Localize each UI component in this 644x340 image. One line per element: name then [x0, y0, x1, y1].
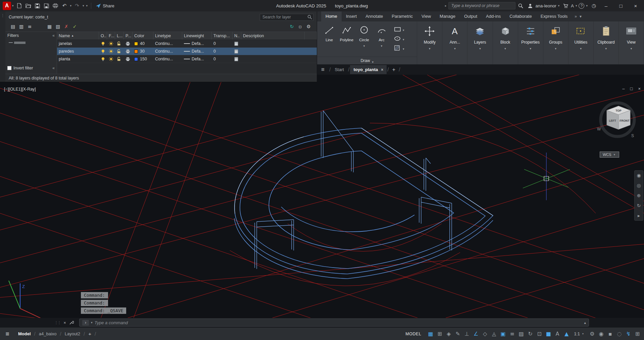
viewport-minimize-icon[interactable]: –	[622, 86, 625, 91]
layer-lock-icon[interactable]	[115, 48, 124, 55]
circle-flyout-caret[interactable]: ▾	[363, 44, 365, 48]
column-header-plot[interactable]: P...	[124, 32, 133, 40]
arc-tool-button[interactable]: Arc ▾	[373, 23, 390, 52]
layer-search-input[interactable]	[260, 14, 313, 21]
palette-grip[interactable]: ⋮	[0, 11, 5, 82]
layer-description[interactable]	[241, 48, 305, 55]
column-header-color[interactable]: Color	[133, 32, 153, 40]
search-collapse-chevron[interactable]: ▸	[445, 4, 447, 7]
layer-color-cell[interactable]: 40	[133, 40, 153, 47]
share-icon[interactable]	[94, 1, 103, 10]
layer-color-swatch[interactable]	[134, 50, 138, 53]
graphics-performance[interactable]: ↯	[624, 329, 633, 339]
layout-tab[interactable]: a4_baixo /	[36, 329, 61, 339]
polar-tracking[interactable]: ∠	[472, 329, 481, 339]
layer-row[interactable]: janelas	[57, 40, 317, 48]
layers-panel-button[interactable]: Layers ▾	[467, 21, 493, 64]
undo-history-caret[interactable]: ▾	[70, 4, 72, 7]
layer-row[interactable]: planta	[57, 55, 317, 63]
column-header-freeze[interactable]: F...	[107, 32, 115, 40]
column-header-transparency[interactable]: Transp...	[212, 32, 233, 40]
layer-color-cell[interactable]: 30	[133, 48, 153, 55]
new-layer[interactable]: ▦	[45, 22, 54, 31]
selection-mode[interactable]: ■	[544, 329, 553, 339]
layer-on-icon[interactable]	[99, 55, 107, 63]
new-layer-vp-frozen[interactable]: ▧	[54, 22, 62, 31]
help-menu-caret[interactable]: ▾	[586, 4, 588, 7]
workspace-switching[interactable]: ⚙	[588, 329, 597, 339]
isolate-objects[interactable]: ◌	[615, 329, 624, 339]
dynamic-input[interactable]: ✎	[453, 329, 462, 339]
ribbon-tab[interactable]: Manage	[435, 11, 460, 21]
command-expand-icon[interactable]: ▴	[584, 321, 586, 325]
rectangle-tool-button[interactable]: ▾	[393, 25, 405, 33]
help-icon[interactable]: ?	[579, 3, 584, 9]
drawing-canvas[interactable]: Z	[0, 75, 644, 318]
ribbon-tab[interactable]: Parametric	[387, 11, 417, 21]
ribbon-display-caret[interactable]: ▾	[580, 14, 582, 19]
ribbon-tab[interactable]: Home	[321, 11, 342, 21]
layer-freeze-icon[interactable]	[107, 40, 115, 47]
ribbon-tab[interactable]: Add-ins	[482, 11, 505, 21]
layer-transparency[interactable]: 0	[212, 48, 233, 55]
utilities-panel-button[interactable]: Utilities ▾	[568, 21, 594, 64]
snap-mode[interactable]: ⊞	[435, 329, 444, 339]
arc-flyout-caret[interactable]: ▾	[381, 44, 383, 48]
ribbon-tab[interactable]: Express Tools	[536, 11, 572, 21]
layer-description[interactable]	[241, 55, 305, 63]
object-snap[interactable]: ▣	[499, 329, 508, 339]
autodesk-menu-caret[interactable]: ▾	[576, 4, 577, 7]
new-property-filter[interactable]: ▤	[9, 22, 17, 31]
properties-panel-button[interactable]: Properties ▾	[518, 21, 543, 64]
status-menu-icon[interactable]: ≡	[0, 330, 15, 338]
full-navigation-wheel[interactable]: ◉	[637, 173, 641, 178]
layer-states-manager[interactable]: ≡	[26, 22, 34, 31]
layer-name[interactable]: planta	[57, 55, 99, 63]
minimize-window-button[interactable]: –	[599, 0, 613, 11]
recent-commands-caret[interactable]: ▾	[91, 321, 93, 324]
save-as-button[interactable]	[42, 1, 51, 10]
layer-freeze-icon[interactable]	[107, 55, 115, 63]
layer-color-swatch[interactable]	[134, 57, 138, 61]
grid-display[interactable]: ▦	[426, 329, 435, 339]
orbit-tool[interactable]: ↻	[637, 203, 641, 208]
layer-color-cell[interactable]: 150	[133, 55, 153, 63]
show-lineweight[interactable]: ≡	[508, 329, 517, 339]
viewport-restore-icon[interactable]: □	[630, 86, 633, 91]
command-drag-handle[interactable]: ⋮⋮	[54, 321, 60, 325]
column-header-lock[interactable]: L...	[115, 32, 124, 40]
autoscale[interactable]: ▲	[562, 329, 571, 339]
zoom-tool[interactable]: ⊕	[637, 193, 641, 198]
layer-plot-icon[interactable]	[124, 55, 133, 63]
ribbon-tab[interactable]: Collaborate	[505, 11, 536, 21]
filter-tree-item[interactable]	[9, 41, 53, 44]
layer-vpfreeze-icon[interactable]	[233, 55, 241, 63]
layer-lineweight[interactable]: Defa...	[182, 55, 212, 63]
command-input-bar[interactable]: › ▾ ▴	[79, 319, 589, 327]
ellipse-tool-button[interactable]: ▾	[393, 34, 405, 43]
viewcube[interactable]: W S TOP LEFT FRONT WCS ▾	[592, 97, 643, 161]
layer-transparency[interactable]: 0	[212, 40, 233, 47]
command-customize-icon[interactable]	[69, 320, 78, 325]
layer-linetype[interactable]: Continu...	[153, 55, 182, 63]
clean-screen[interactable]: ⊞	[633, 329, 642, 339]
set-current[interactable]: ✓	[70, 22, 79, 31]
notifications-icon[interactable]: ◷	[589, 1, 598, 10]
toolbar-overflow-caret[interactable]: ▾	[86, 4, 88, 7]
file-tab-active[interactable]: toyo_planta ×	[350, 65, 387, 74]
layer-lineweight[interactable]: Defa...	[182, 40, 212, 47]
layer-plot-icon[interactable]	[124, 40, 133, 47]
signed-in-user[interactable]: ana-leonor	[536, 3, 556, 8]
close-window-button[interactable]: ×	[629, 0, 643, 11]
user-menu-caret[interactable]: ▾	[558, 4, 560, 7]
new-drawing-tab-button[interactable]: +	[390, 67, 398, 73]
filters-collapse-icon[interactable]: «	[52, 33, 55, 38]
ellipse-flyout-caret[interactable]: ▾	[403, 38, 404, 41]
model-space-toggle[interactable]: MODEL	[405, 332, 421, 336]
ribbon-overflow-icon[interactable]: »	[575, 14, 577, 19]
layer-linetype[interactable]: Continu...	[153, 40, 182, 47]
layer-lock-icon[interactable]	[115, 55, 124, 63]
infer-constraints[interactable]: ◈	[444, 329, 453, 339]
search-icon[interactable]	[516, 1, 525, 10]
layer-on-icon[interactable]	[99, 48, 107, 55]
